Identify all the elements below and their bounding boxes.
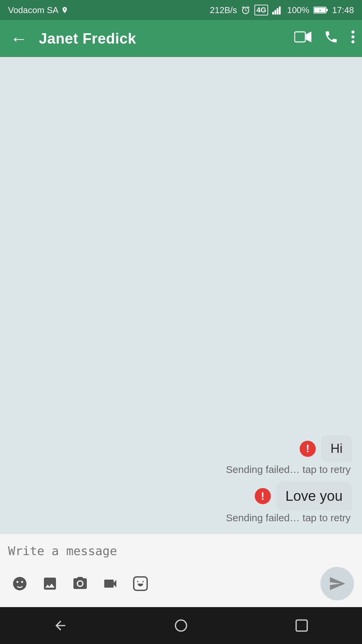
nav-recents-icon: [294, 618, 309, 633]
carrier-text: Vodacom SA: [8, 5, 58, 15]
video-call-icon: [294, 30, 312, 44]
camera-icon: [72, 576, 88, 592]
back-button[interactable]: ←: [7, 25, 31, 52]
svg-point-10: [351, 31, 354, 34]
error-icon-2[interactable]: !: [255, 488, 271, 504]
status-carrier: Vodacom SA: [8, 5, 68, 15]
top-bar: ← Janet Fredick: [0, 20, 362, 57]
emoji-button[interactable]: [8, 572, 32, 595]
sticker-button[interactable]: [129, 572, 152, 595]
toolbar-row: [0, 564, 362, 607]
contact-name: Janet Fredick: [39, 30, 286, 47]
status-bar: Vodacom SA 212B/s 4G 100% + 17:48: [0, 0, 362, 20]
svg-rect-0: [272, 12, 274, 14]
speed-text: 212B/s: [210, 5, 237, 15]
camera-button[interactable]: [68, 572, 92, 595]
svg-marker-9: [306, 32, 311, 42]
phone-icon: [324, 30, 339, 44]
chat-area: ! Hi Sending failed… tap to retry ! Love…: [0, 57, 362, 534]
video-button[interactable]: [99, 572, 122, 595]
nav-back-icon: [53, 618, 68, 633]
error-icon-1[interactable]: !: [300, 441, 316, 457]
message-group-2: ! Love you Sending failed… tap to retry: [10, 482, 352, 524]
gallery-icon: [42, 576, 58, 592]
video-icon: [102, 576, 118, 592]
video-call-button[interactable]: [294, 30, 312, 47]
more-menu-icon: [351, 30, 355, 44]
message-row-1[interactable]: ! Hi: [300, 435, 352, 462]
svg-rect-1: [275, 10, 276, 14]
nav-recents-button[interactable]: [285, 609, 318, 642]
top-bar-actions: [294, 30, 355, 48]
signal-icon: [272, 5, 283, 15]
sending-failed-1[interactable]: Sending failed… tap to retry: [226, 464, 352, 475]
svg-point-14: [176, 620, 187, 631]
sticker-icon: [132, 576, 148, 592]
input-area: [0, 534, 362, 607]
emoji-icon: [12, 576, 28, 592]
status-right: 212B/s 4G 100% + 17:48: [210, 5, 354, 15]
nav-bar: [0, 607, 362, 644]
svg-text:+: +: [319, 9, 321, 12]
svg-rect-6: [326, 9, 328, 11]
svg-point-11: [351, 35, 354, 38]
nav-home-icon: [174, 618, 188, 633]
svg-point-12: [351, 40, 354, 43]
battery-text: 100%: [287, 5, 309, 15]
svg-rect-8: [295, 32, 305, 42]
time-text: 17:48: [332, 5, 354, 15]
message-input[interactable]: [8, 544, 354, 558]
svg-rect-3: [279, 6, 281, 14]
svg-rect-2: [277, 8, 279, 15]
message-bubble-2[interactable]: Love you: [276, 482, 352, 510]
svg-rect-15: [296, 620, 307, 631]
sending-failed-2[interactable]: Sending failed… tap to retry: [226, 512, 352, 524]
send-icon: [328, 575, 346, 592]
nav-back-button[interactable]: [44, 609, 77, 642]
more-menu-button[interactable]: [351, 30, 355, 48]
alarm-icon: [241, 5, 250, 15]
gallery-button[interactable]: [38, 572, 62, 595]
message-bubble-1[interactable]: Hi: [321, 435, 352, 462]
message-group-1: ! Hi Sending failed… tap to retry: [10, 435, 352, 475]
message-input-row: [0, 534, 362, 564]
phone-button[interactable]: [324, 30, 339, 48]
network-badge: 4G: [254, 5, 268, 15]
send-button[interactable]: [320, 567, 354, 600]
location-icon: [61, 6, 68, 14]
nav-home-button[interactable]: [164, 609, 198, 642]
battery-icon: +: [313, 6, 328, 14]
message-row-2[interactable]: ! Love you: [255, 482, 352, 510]
